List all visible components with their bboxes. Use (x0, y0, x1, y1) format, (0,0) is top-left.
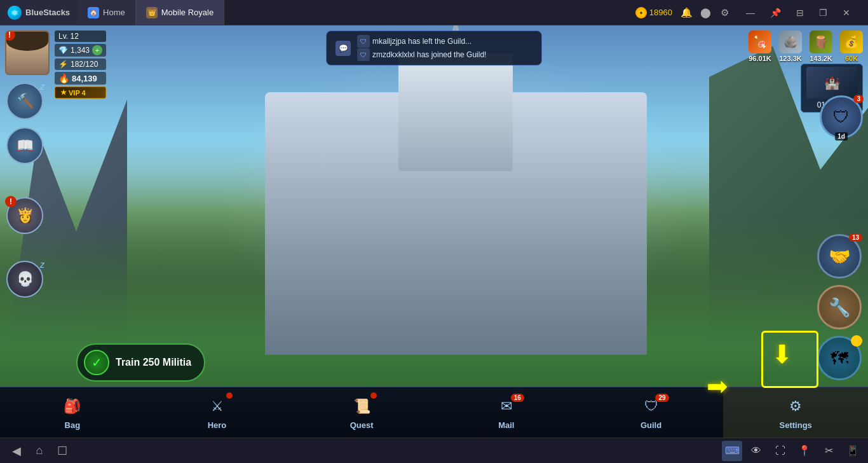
timer-thumbnail: 🏰 (806, 67, 857, 99)
hero-alert-dot (226, 392, 233, 399)
research-sleep-icon: z (40, 126, 44, 136)
left-sidebar: 🔨 z 📖 z ! 👸 💀 z (6, 83, 43, 298)
nav-hero-label: Hero (208, 420, 227, 430)
wood-icon: 🪵 (810, 31, 832, 53)
player-avatar[interactable]: ! (5, 31, 50, 75)
shrink-button[interactable]: ❐ (811, 8, 835, 18)
star-icon: ★ (60, 88, 67, 97)
chat-line-1: mkalljzjpa has left the Guild... (372, 37, 471, 46)
title-bar: BlueStacks 🏠 Home 👑 Mobile Royale ● 1896… (0, 0, 868, 25)
back-button[interactable]: ◀ (8, 442, 25, 460)
bluestacks-logo[interactable]: BlueStacks (0, 0, 78, 25)
game-tab[interactable]: 👑 Mobile Royale (136, 0, 224, 25)
vip-label: VIP 4 (69, 89, 86, 97)
bag-icon: 🎒 (61, 395, 84, 418)
notification-icon[interactable]: 🔔 (680, 6, 693, 19)
eye-button[interactable]: 👁 (746, 441, 766, 461)
mail-badge: 16 (511, 394, 524, 402)
map-lightning-badge: ⚡ (851, 335, 862, 347)
coin-icon: ● (635, 7, 647, 18)
coins-display: ● 18960 (635, 7, 672, 18)
gold-value: 60K (845, 55, 858, 62)
diamonds-value: 1,343 (71, 46, 90, 55)
title-bar-left: BlueStacks 🏠 Home 👑 Mobile Royale (0, 0, 224, 25)
add-diamonds-button[interactable]: + (92, 45, 102, 55)
recents-button[interactable]: ☐ (53, 442, 71, 460)
pin-button[interactable]: 📌 (763, 8, 789, 18)
coins-value: 18960 (649, 8, 672, 17)
nav-bag[interactable]: 🎒 Bag (0, 387, 145, 438)
nav-guild[interactable]: 🛡 Guild 29 (579, 387, 724, 438)
guild-icon-chat2: 🛡 (357, 48, 370, 61)
close-button[interactable]: ✕ (835, 8, 858, 18)
expand-button[interactable]: ⛶ (770, 441, 790, 461)
resource-gold[interactable]: 💰 60K (840, 31, 863, 62)
diamond-icon: 💎 (58, 46, 68, 55)
home-tab-label: Home (103, 8, 125, 17)
nav-mail-label: Mail (498, 420, 514, 430)
nav-guild-label: Guild (641, 420, 661, 430)
camera-icon[interactable]: ⬤ (699, 6, 712, 19)
nav-quest-label: Quest (350, 420, 374, 430)
event-badge[interactable]: 🛡 3 1d (820, 95, 863, 139)
map-button[interactable]: 🗺 ⚡ (817, 336, 862, 380)
location-button[interactable]: 📍 (794, 441, 815, 461)
wood-value: 143.2K (810, 55, 832, 62)
home-tab[interactable]: 🏠 Home (78, 0, 136, 25)
resource-wood[interactable]: 🪵 143.2K (810, 31, 832, 62)
stone-icon: 🪨 (779, 31, 802, 53)
taskbar-right: ⌨ 👁 ⛶ 📍 ✂ 📱 (717, 441, 868, 461)
nav-mail[interactable]: ✉ Mail 16 (434, 387, 579, 438)
chat-line-2: zmzdkxklxlxl has joined the Guild! (372, 50, 486, 59)
settings-icon[interactable]: ⚙ (718, 6, 731, 19)
stone-value: 123.3K (779, 55, 801, 62)
tools-button[interactable]: 🔧 (817, 285, 862, 329)
keyboard-button[interactable]: ⌨ (722, 441, 742, 461)
nav-settings[interactable]: ⚙ Settings (723, 387, 868, 438)
alliance-badge: 13 (849, 233, 862, 242)
guild-badge: 29 (655, 394, 668, 402)
alliance-button[interactable]: 🤝 13 (817, 234, 862, 279)
arrow-down-annotation: ⬇ (771, 340, 793, 369)
food-icon: 🍖 (749, 31, 771, 53)
quest-alert-dot (370, 392, 377, 399)
nav-quest[interactable]: 📜 Quest (289, 387, 434, 438)
title-bar-icons: 🔔 ⬤ ⚙ (680, 6, 731, 19)
guild-icon-chat: 🛡 (357, 35, 370, 48)
home-button[interactable]: ⌂ (31, 442, 48, 460)
chat-notification: 💬 🛡 mkalljzjpa has left the Guild... 🛡 z… (326, 31, 542, 66)
build-button[interactable]: 🔨 z (6, 83, 43, 120)
minimize-button[interactable]: — (738, 8, 763, 18)
food-value: 96.01K (749, 55, 771, 62)
npc-button[interactable]: ! 👸 (6, 197, 43, 234)
research-button[interactable]: 📖 z (6, 127, 43, 164)
troop-button[interactable]: 💀 z (6, 261, 43, 298)
resource-food[interactable]: 🍖 96.01K (749, 31, 771, 62)
npc-alert-badge: ! (5, 196, 17, 207)
event-badges: 🛡 3 1d (820, 95, 863, 139)
quest-icon: 📜 (350, 395, 373, 418)
nav-bag-label: Bag (65, 420, 81, 430)
castle-tower (398, 53, 513, 171)
game-area[interactable]: 💬 🛡 mkalljzjpa has left the Guild... 🛡 z… (0, 25, 868, 438)
quest-bar[interactable]: ✓ Train 250 Militia (76, 343, 205, 382)
game-tab-label: Mobile Royale (161, 8, 214, 17)
energy-icon: ⚡ (58, 60, 68, 69)
scissors-button[interactable]: ✂ (818, 441, 839, 461)
top-resources: 🍖 96.01K 🪨 123.3K 🪵 143.2K 💰 60K (749, 31, 863, 62)
settings-nav-icon: ⚙ (784, 395, 807, 418)
bottom-navigation: 🎒 Bag ⚔ Hero 📜 Quest ✉ Mail 16 🛡 Guild 2… (0, 387, 868, 438)
nav-hero[interactable]: ⚔ Hero (145, 387, 290, 438)
troop-sleep-icon: z (40, 259, 44, 270)
castle-area (217, 46, 695, 355)
power-icon: 🔥 (58, 73, 69, 83)
game-tab-icon: 👑 (146, 7, 158, 18)
quest-check-icon: ✓ (84, 350, 109, 375)
player-stats: Lv. 12 💎 1,343 + ⚡ 182/120 🔥 84,139 ★ VI… (55, 31, 106, 99)
energy-value: 182/120 (71, 60, 98, 69)
chat-icon: 💬 (336, 41, 351, 56)
resource-stone[interactable]: 🪨 123.3K (779, 31, 802, 62)
phone-button[interactable]: 📱 (843, 441, 863, 461)
restore-button[interactable]: ⊟ (789, 8, 811, 18)
title-bar-center: ● 18960 🔔 ⬤ ⚙ — 📌 ⊟ ❐ ✕ (224, 6, 868, 19)
